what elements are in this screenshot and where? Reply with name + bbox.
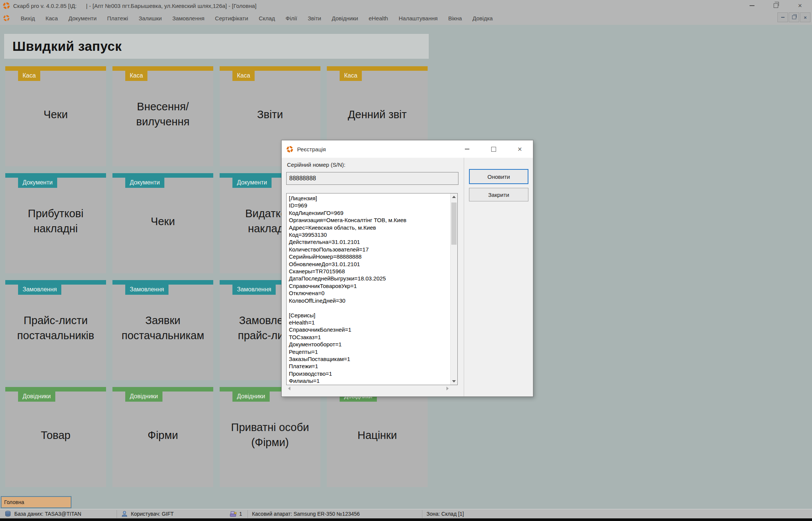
restore-icon [774, 3, 778, 8]
dialog-maximize-icon [491, 147, 496, 152]
quick-launch-tile[interactable]: ЗамовленняПрайс-листи постачальників [5, 280, 106, 380]
tile-category-strip [5, 173, 106, 178]
tile-label: Чеки [5, 107, 106, 122]
license-horizontal-scrollbar[interactable] [286, 385, 451, 392]
mdi-restore-icon [792, 15, 796, 19]
tile-category-label: Документи [125, 178, 164, 188]
serial-number-input[interactable] [286, 172, 458, 185]
tile-category-label: Замовлення [125, 285, 168, 295]
restore-button[interactable] [764, 0, 788, 11]
status-user: Користувач: GIFT [131, 511, 174, 517]
tile-category-label: Документи [232, 178, 272, 188]
user-icon [121, 510, 128, 517]
menu-item[interactable]: Довідники [326, 13, 363, 24]
cash-register-icon [229, 510, 237, 517]
status-separator [247, 510, 248, 518]
tile-category-label: Каса [340, 71, 362, 81]
quick-launch-header: Швидкий запуск [4, 34, 429, 59]
minimize-button[interactable] [740, 0, 764, 11]
quick-launch-tile[interactable]: ЗамовленняЗаявки постачальникам [112, 280, 213, 380]
tab-home[interactable]: Головна [1, 496, 71, 508]
dialog-titlebar[interactable]: Реєстрація × [282, 140, 533, 158]
vertical-scroll-thumb[interactable] [451, 203, 457, 245]
menu-item[interactable]: Сертифікати [210, 13, 253, 24]
tile-label: Товар [5, 427, 106, 443]
mdi-close-button[interactable]: × [800, 12, 810, 22]
tile-label: Звіти [220, 107, 320, 122]
menu-item[interactable]: Залишки [134, 13, 167, 24]
menu-item[interactable]: Замовлення [167, 13, 209, 24]
scroll-left-icon[interactable] [288, 387, 290, 390]
close-button[interactable]: × [788, 0, 812, 11]
license-info-box[interactable]: [Лицензия] ID=969 КодЛицензииГО=969 Орга… [286, 193, 458, 385]
menu-item[interactable]: Налаштування [393, 13, 443, 24]
dialog-close-button[interactable]: × [507, 140, 533, 158]
menu-item[interactable]: eHealth [363, 13, 393, 24]
quick-launch-tile[interactable]: ДовідникиПриватні особи (Фірми) [220, 387, 320, 487]
mdi-minimize-button[interactable] [777, 12, 788, 22]
menu-items: ВихідКасаДокументиПлатежіЗалишкиЗамовлен… [15, 13, 498, 24]
tile-category-strip [112, 66, 213, 71]
mdi-window-controls: × [777, 12, 810, 22]
status-database: База даних: TASA3@TITAN [14, 511, 81, 517]
dialog-minimize-icon [465, 149, 469, 149]
status-terminal-count: 1 [239, 511, 242, 517]
status-cash-register: Касовий апарат: Samsung ER-350 №123456 [252, 511, 360, 517]
tile-category-label: Замовлення [232, 285, 276, 295]
tile-category-strip [5, 280, 106, 285]
tile-label: Прибуткові накладні [5, 206, 106, 236]
scroll-up-icon[interactable] [452, 196, 456, 198]
mdi-close-icon: × [804, 15, 807, 20]
database-icon [5, 510, 11, 517]
tile-category-strip [112, 280, 213, 285]
dialog-maximize-button[interactable] [480, 140, 507, 158]
mdi-restore-button[interactable] [789, 12, 799, 22]
menu-item[interactable]: Звіти [302, 13, 326, 24]
update-button[interactable]: Оновити [469, 169, 528, 184]
app-title: Скарб pro v. 4.0.2.85 [ІД: | - [Апт №003… [13, 3, 257, 9]
menu-item[interactable]: Вихід [15, 13, 40, 24]
scroll-down-icon[interactable] [452, 380, 456, 382]
dialog-title: Реєстрація [297, 146, 326, 152]
bottom-strip [0, 518, 812, 521]
tile-category-label: Каса [125, 71, 147, 81]
dialog-logo-icon [287, 146, 293, 152]
registration-dialog: Реєстрація × Серійний номер (S/N): [Лице… [281, 140, 533, 397]
close-icon: × [798, 2, 802, 9]
window-controls: × [740, 0, 812, 11]
quick-launch-tile[interactable]: ДовідникиНацінки [327, 387, 428, 487]
tile-category-label: Замовлення [18, 285, 61, 295]
quick-launch-tile[interactable]: КасаЧеки [5, 66, 106, 166]
menu-item[interactable]: Філії [280, 13, 302, 24]
quick-launch-title: Швидкий запуск [12, 39, 122, 54]
menu-item[interactable]: Вікна [443, 13, 467, 24]
quick-launch-tile[interactable]: ДовідникиФірми [112, 387, 213, 487]
tile-category-strip [112, 387, 213, 392]
dialog-window-controls: × [454, 140, 533, 158]
quick-launch-tile[interactable]: ДокументиЧеки [112, 173, 213, 273]
tile-label: Денний звіт [327, 107, 428, 122]
tile-category-strip [220, 66, 320, 71]
tile-category-label: Каса [18, 71, 40, 81]
serial-number-label: Серійний номер (S/N): [287, 161, 345, 168]
menu-item[interactable]: Каса [40, 13, 63, 24]
tile-category-label: Каса [232, 71, 255, 81]
dialog-close-icon: × [518, 145, 522, 153]
mdi-minimize-icon [781, 17, 785, 18]
menu-item[interactable]: Склад [253, 13, 280, 24]
status-separator [117, 510, 117, 518]
quick-launch-tile[interactable]: КасаВнесення/вилучення [112, 66, 213, 166]
menu-item[interactable]: Платежі [102, 13, 134, 24]
minimize-icon [750, 5, 754, 6]
quick-launch-tile[interactable]: ДокументиПрибуткові накладні [5, 173, 106, 273]
menu-item[interactable]: Документи [63, 13, 102, 24]
menu-item[interactable]: Довідка [467, 13, 498, 24]
close-dialog-button[interactable]: Закрити [469, 188, 528, 201]
license-vertical-scrollbar[interactable] [450, 193, 457, 385]
dialog-minimize-button[interactable] [454, 140, 480, 158]
scroll-right-icon[interactable] [446, 387, 449, 390]
menubar: ВихідКасаДокументиПлатежіЗалишкиЗамовлен… [0, 11, 812, 25]
quick-launch-tile[interactable]: ДовідникиТовар [5, 387, 106, 487]
tile-category-strip [112, 173, 213, 178]
statusbar: База даних: TASA3@TITAN Користувач: GIFT… [0, 509, 812, 519]
